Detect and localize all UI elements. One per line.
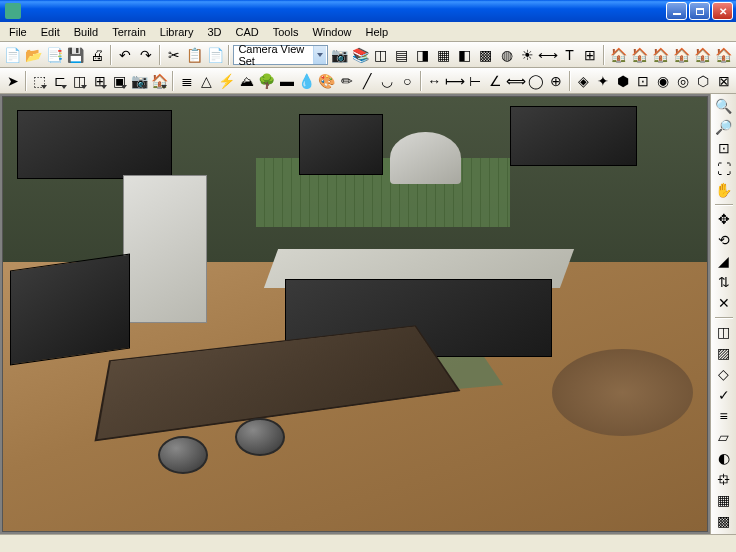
cut-button[interactable]: ✂ [164,45,184,65]
roof-tool[interactable]: △ [197,71,216,91]
redo-button[interactable]: ↷ [136,45,156,65]
dolly-camera-button[interactable]: ⇅ [714,272,734,292]
menu-terrain[interactable]: Terrain [105,24,153,40]
misc-tool-3[interactable]: ⬢ [614,71,633,91]
3d-viewport[interactable] [2,96,708,532]
cross-section-button[interactable]: ◨ [413,45,433,65]
line-tool[interactable]: ╱ [358,71,377,91]
misc-tool-6[interactable]: ◎ [674,71,693,91]
maximize-button[interactable] [689,2,710,20]
house4-button[interactable]: 🏠 [671,45,691,65]
zoom-window-button[interactable]: ⊡ [714,138,734,158]
misc-tool-4[interactable]: ⊡ [634,71,653,91]
templates-button[interactable]: 📑 [45,45,65,65]
text-button[interactable]: T [559,45,579,65]
pencil-tool[interactable]: ✏ [338,71,357,91]
misc-tool-2[interactable]: ✦ [594,71,613,91]
final-view-button[interactable]: ✓ [714,385,734,405]
menu-help[interactable]: Help [359,24,396,40]
menu-window[interactable]: Window [305,24,358,40]
camera-button[interactable]: 📷 [329,45,349,65]
dim-end-tool[interactable]: ⊢ [466,71,485,91]
terrain-tool[interactable]: ⛰ [237,71,256,91]
electrical-tool[interactable]: ⚡ [217,71,236,91]
library-button[interactable]: 📚 [350,45,370,65]
sprinkler-tool[interactable]: 💧 [297,71,316,91]
menu-edit[interactable]: Edit [34,24,67,40]
tilt-camera-button[interactable]: ◢ [714,251,734,271]
delete-button[interactable]: ✕ [714,293,734,313]
plant-tool[interactable]: 🌳 [257,71,276,91]
cad-tool[interactable]: 🏠 [150,71,169,91]
reference-button[interactable]: ⊞ [580,45,600,65]
floor-button[interactable]: ◧ [455,45,475,65]
menu-3d[interactable]: 3D [200,24,228,40]
undo-button[interactable]: ↶ [115,45,135,65]
new-file-button[interactable]: 📄 [3,45,23,65]
road-tool[interactable]: ▬ [277,71,296,91]
callout-icon: ◯ [528,74,544,88]
menu-cad[interactable]: CAD [228,24,265,40]
menu-file[interactable]: File [2,24,34,40]
zoom-out-button[interactable]: 🔎 [714,117,734,137]
light-button[interactable]: ☀ [518,45,538,65]
camera-tool[interactable]: 📷 [130,71,149,91]
save-button[interactable]: 💾 [66,45,86,65]
stairs-tool[interactable]: ≣ [177,71,196,91]
house3-button[interactable]: 🏠 [650,45,670,65]
open-file-button[interactable]: 📂 [24,45,44,65]
house1-button[interactable]: 🏠 [608,45,628,65]
minimize-button[interactable] [666,2,687,20]
print-button[interactable]: 🖨 [87,45,107,65]
dim-auto-tool[interactable]: ↔ [425,71,444,91]
house6-button[interactable]: 🏠 [713,45,733,65]
circle-tool[interactable]: ○ [398,71,417,91]
swatches-tool[interactable]: 🎨 [317,71,336,91]
color-button[interactable]: ▨ [714,343,734,363]
dimension-button[interactable]: ⟷ [538,45,558,65]
select-tool[interactable]: ➤ [3,71,22,91]
wall-tool[interactable]: ⊏ [50,71,69,91]
misc-tool-5[interactable]: ◉ [654,71,673,91]
dim-interior-tool[interactable]: ⟺ [506,71,526,91]
display-options-button[interactable]: ◫ [714,322,734,342]
menu-library[interactable]: Library [153,24,201,40]
paste-button[interactable]: 📄 [205,45,225,65]
orbit-camera-button[interactable]: ⟲ [714,230,734,250]
menu-tools[interactable]: Tools [266,24,306,40]
elevation-button[interactable]: ▤ [392,45,412,65]
callout-tool[interactable]: ◯ [527,71,546,91]
close-button[interactable]: ✕ [712,2,733,20]
misc-tool-7[interactable]: ⬡ [694,71,713,91]
cabinet-tool[interactable]: ▣ [110,71,129,91]
house5-button[interactable]: 🏠 [692,45,712,65]
marker-tool[interactable]: ⊕ [547,71,566,91]
perspective-button[interactable]: ▱ [714,427,734,447]
walkthrough-button[interactable]: ⯐ [714,469,734,489]
adjust-material-button[interactable]: ◐ [714,448,734,468]
material-button[interactable]: ▩ [476,45,496,65]
door-tool[interactable]: ◫ [70,71,89,91]
dim-angle-tool[interactable]: ∠ [486,71,505,91]
camera-view-combo[interactable]: Camera View Set [233,45,328,65]
menu-build[interactable]: Build [67,24,105,40]
misc-tool-1[interactable]: ◈ [574,71,593,91]
zoom-in-button[interactable]: 🔍 [714,96,734,116]
line-drawing-button[interactable]: ≡ [714,406,734,426]
select-objects-tool[interactable]: ⬚ [30,71,49,91]
glass-house-button[interactable]: ◇ [714,364,734,384]
arc-tool[interactable]: ◡ [378,71,397,91]
grid-button[interactable]: ▦ [714,490,734,510]
fill-window-button[interactable]: ⛶ [714,159,734,179]
wall-elevation-button[interactable]: ▦ [434,45,454,65]
move-camera-button[interactable]: ✥ [714,209,734,229]
misc-tool-8[interactable]: ⊠ [714,71,733,91]
pan-button[interactable]: ✋ [714,180,734,200]
render-button[interactable]: ◍ [497,45,517,65]
house2-button[interactable]: 🏠 [629,45,649,65]
dim-manual-tool[interactable]: ⟼ [445,71,465,91]
window-tool[interactable]: ⊞ [90,71,109,91]
checker-button[interactable]: ▩ [714,511,734,531]
view3d-button[interactable]: ◫ [371,45,391,65]
copy-button[interactable]: 📋 [185,45,205,65]
